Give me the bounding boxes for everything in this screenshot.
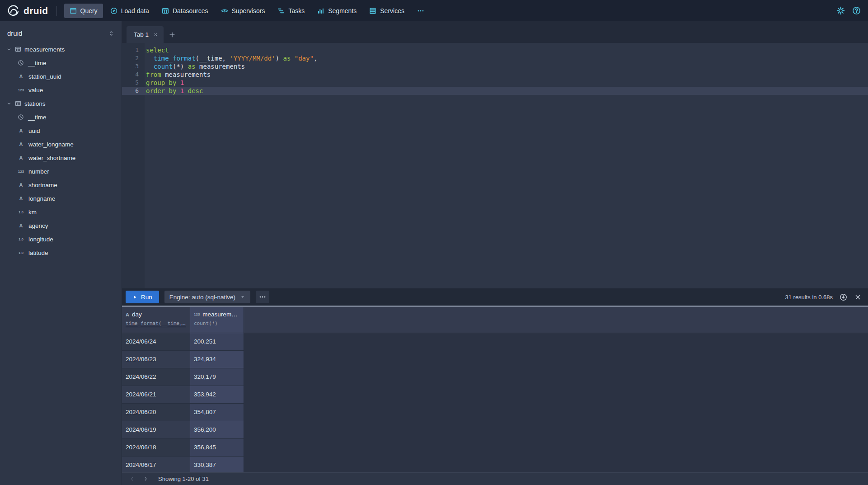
engine-label: Engine: auto (sql-native)	[169, 294, 235, 301]
cell[interactable]: 353,942	[190, 386, 244, 404]
column-header-measurements[interactable]: 123measurementscount(*)	[190, 307, 244, 333]
nav-tasks[interactable]: Tasks	[272, 4, 310, 18]
next-page-button[interactable]	[139, 474, 152, 485]
results-header: Adaytime_format(__time, 'YYYY/MM/dd')123…	[122, 307, 868, 333]
column-expression: count(*)	[194, 320, 240, 326]
cell[interactable]: 2024/06/23	[122, 351, 190, 368]
cell[interactable]: 354,807	[190, 404, 244, 421]
druid-logo-icon	[7, 5, 19, 17]
tree-column-agency[interactable]: Aagency	[0, 219, 122, 232]
nav-label: Services	[380, 7, 404, 14]
sql-editor[interactable]: 1select2 time_format(__time, 'YYYY/MM/dd…	[122, 43, 868, 288]
cell[interactable]: 2024/06/21	[122, 386, 190, 404]
prev-page-button[interactable]	[126, 474, 138, 485]
line-number: 6	[122, 87, 145, 95]
cell[interactable]: 356,200	[190, 421, 244, 439]
gantt-chart-icon	[277, 7, 285, 14]
cell[interactable]: 330,387	[190, 457, 244, 472]
cell[interactable]: 320,179	[190, 368, 244, 386]
cell[interactable]: 2024/06/20	[122, 404, 190, 421]
cell[interactable]: 2024/06/22	[122, 368, 190, 386]
string-type-icon: A	[18, 182, 24, 188]
column-header-day[interactable]: Adaytime_format(__time, 'YYYY/MM/dd')	[122, 307, 190, 333]
cell[interactable]: 2024/06/18	[122, 439, 190, 457]
table-row: 2024/06/17330,387	[122, 457, 868, 472]
runbar-right: 31 results in 0.68s	[785, 293, 862, 301]
chevron-left-icon	[129, 476, 135, 482]
nav-supervisors[interactable]: Supervisors	[216, 4, 271, 18]
pagination-bar: Showing 1-20 of 31	[122, 472, 868, 485]
column-name: day	[132, 311, 142, 318]
editor-line-1[interactable]: 1select	[122, 46, 868, 54]
editor-line-4[interactable]: 4from measurements	[122, 71, 868, 79]
tree-column-longitude[interactable]: 1.0longitude	[0, 232, 122, 246]
nav-label: Supervisors	[232, 7, 265, 14]
float-type-icon: 1.0	[18, 210, 24, 214]
nav-datasources[interactable]: Datasources	[156, 4, 214, 18]
tree-column--time[interactable]: __time	[0, 110, 122, 124]
schema-sidebar: druid measurements__timeAstation_uuid123…	[0, 21, 122, 485]
download-results-button[interactable]	[840, 293, 847, 301]
download-icon	[840, 293, 847, 301]
column-order-button[interactable]	[108, 30, 114, 37]
tree-column-uuid[interactable]: Auuid	[0, 124, 122, 137]
table-icon	[15, 46, 21, 52]
tree-column--time[interactable]: __time	[0, 56, 122, 70]
add-tab-button[interactable]	[169, 32, 175, 38]
cell[interactable]: 2024/06/17	[122, 457, 190, 472]
editor-line-5[interactable]: 5group by 1	[122, 79, 868, 87]
string-type-icon: A	[18, 196, 24, 201]
tree-column-longname[interactable]: Alongname	[0, 192, 122, 205]
run-button[interactable]: Run	[126, 291, 159, 303]
chevron-right-icon	[143, 476, 149, 482]
help-button[interactable]	[852, 6, 861, 15]
cell[interactable]: 2024/06/24	[122, 333, 190, 351]
run-label: Run	[141, 294, 152, 301]
results-meta: 31 results in 0.68s	[785, 294, 833, 301]
tree-table-label: measurements	[24, 46, 65, 53]
datasource-table-icon	[162, 7, 169, 14]
settings-button[interactable]	[836, 6, 845, 15]
close-results-button[interactable]	[854, 293, 862, 301]
nav-services[interactable]: Services	[364, 4, 410, 18]
tree-column-number[interactable]: 123number	[0, 165, 122, 178]
schema-name: druid	[7, 29, 22, 37]
cell[interactable]: 200,251	[190, 333, 244, 351]
nav-segments[interactable]: Segments	[312, 4, 362, 18]
tree-column-km[interactable]: 1.0km	[0, 205, 122, 219]
brand-home-link[interactable]: druid	[7, 5, 48, 17]
float-type-icon: 1.0	[18, 251, 24, 255]
tree-column-value[interactable]: 123value	[0, 83, 122, 97]
close-tab-icon[interactable]	[153, 32, 158, 37]
engine-select[interactable]: Engine: auto (sql-native)	[164, 291, 250, 303]
sidebar-header: druid	[0, 21, 122, 42]
tree-column-label: km	[28, 209, 37, 216]
editor-line-6[interactable]: 6order by 1 desc	[122, 87, 868, 95]
tab-1[interactable]: Tab 1	[127, 26, 164, 43]
cell[interactable]: 324,934	[190, 351, 244, 368]
cell[interactable]: 356,845	[190, 439, 244, 457]
number-type-icon: 123	[18, 88, 24, 92]
tree-column-station-uuid[interactable]: Astation_uuid	[0, 70, 122, 83]
editor-line-3[interactable]: 3 count(*) as measurements	[122, 62, 868, 71]
tree-column-water-longname[interactable]: Awater_longname	[0, 137, 122, 151]
double-caret-vertical-icon	[108, 30, 114, 37]
nav-load-data[interactable]: Load data	[105, 4, 155, 18]
caret-down-icon	[240, 294, 245, 300]
main-nav: QueryLoad dataDatasourcesSupervisorsTask…	[64, 4, 430, 18]
nav-query[interactable]: Query	[64, 4, 103, 18]
tree-column-label: uuid	[28, 127, 40, 134]
tree-table-stations[interactable]: stations	[0, 97, 122, 110]
tree-table-measurements[interactable]: measurements	[0, 42, 122, 56]
more-menu-button[interactable]	[412, 4, 430, 18]
cell[interactable]: 2024/06/19	[122, 421, 190, 439]
tree-column-label: station_uuid	[28, 73, 61, 80]
tree-column-latitude[interactable]: 1.0latitude	[0, 246, 122, 259]
tree-column-water-shortname[interactable]: Awater_shortname	[0, 151, 122, 165]
string-type-icon: A	[126, 312, 129, 317]
table-row: 2024/06/19356,200	[122, 421, 868, 439]
editor-line-2[interactable]: 2 time_format(__time, 'YYYY/MM/dd') as "…	[122, 54, 868, 62]
chevron-down-icon	[6, 101, 12, 106]
query-more-button[interactable]	[256, 291, 269, 303]
tree-column-shortname[interactable]: Ashortname	[0, 178, 122, 192]
